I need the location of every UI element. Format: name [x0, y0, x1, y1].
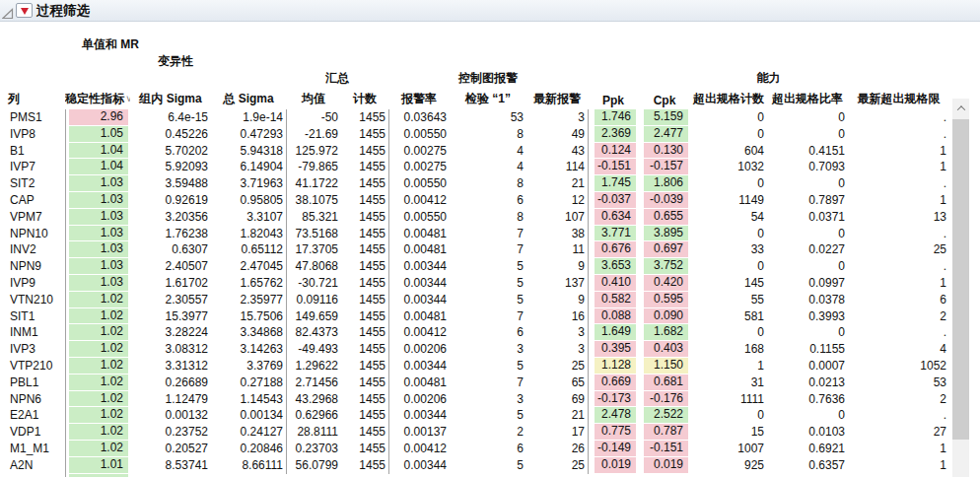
table-cell: 0.090: [639, 308, 690, 325]
table-row[interactable]: SIT21.033.594883.7196341.172214550.00550…: [0, 175, 949, 192]
table-cell: 3.20356: [130, 209, 211, 226]
table-row[interactable]: M1_M11.020.205270.208460.2370314550.0041…: [0, 441, 949, 457]
table-cell: 1455: [341, 457, 388, 474]
col-header-latest-out-of-spec[interactable]: 最新超出规格限: [848, 91, 949, 107]
table-cell: 38.1075: [286, 192, 341, 209]
table-row[interactable]: NPN91.032.405072.4704547.806814550.00344…: [0, 258, 949, 275]
cpk-chip: 0.787: [644, 424, 688, 440]
table-row[interactable]: IVP81.050.452260.47293-21.6914550.005508…: [0, 126, 949, 143]
cpk-chip: 0.130: [644, 143, 688, 159]
table-row[interactable]: VTN2101.022.305572.359770.0911614550.003…: [0, 292, 949, 308]
table-cell: 1455: [341, 375, 388, 391]
table-cell: 1.02: [65, 441, 130, 457]
table-cell: 73.5168: [286, 226, 341, 242]
table-cell: .: [848, 126, 949, 143]
table-row[interactable]: NPN61.021.124791.1454343.296814550.00206…: [0, 391, 949, 408]
table-row[interactable]: VTP2101.023.313123.37691.2962214550.0034…: [0, 358, 949, 375]
table-cell: 0.088: [588, 308, 639, 325]
table-cell: 0.0371: [767, 209, 848, 226]
col-header-out-of-spec-count[interactable]: 超出规格计数: [690, 91, 767, 107]
table-row[interactable]: CAP1.030.926190.9580538.107514550.004126…: [0, 192, 949, 209]
col-header-latest-alarm[interactable]: 最新报警: [526, 91, 588, 107]
col-header-stability-index[interactable]: 稳定性指标˅: [65, 91, 130, 107]
table-cell: 0.681: [639, 375, 690, 391]
table-cell: 6.4e-15: [130, 109, 211, 126]
table-cell: 0.92619: [130, 192, 211, 209]
table-cell: 56.0799: [286, 457, 341, 474]
table-cell: -30.721: [286, 275, 341, 292]
table-row[interactable]: VDP11.020.237520.2412728.811114550.00137…: [0, 424, 949, 441]
table-cell: 0.00134: [211, 407, 286, 424]
col-header-total-sigma[interactable]: 总 Sigma: [211, 91, 286, 107]
table-row[interactable]: PBL11.020.266890.271882.7145614550.00481…: [0, 375, 949, 391]
table-cell: 17.3705: [286, 241, 341, 258]
table-cell: 55: [690, 292, 767, 308]
table-cell: 1.02: [65, 324, 130, 341]
table-cell: 1455: [341, 424, 388, 441]
table-row[interactable]: B11.045.702025.94318125.97214550.0027544…: [0, 143, 949, 160]
col-header-test-1[interactable]: 检验 “1”: [450, 91, 526, 107]
ppk-chip: 3.653: [595, 258, 636, 274]
table-cell: 1111: [690, 391, 767, 408]
table-cell: 6: [450, 192, 526, 209]
table-cell: 5: [450, 292, 526, 308]
stability-index-chip: 2.96: [69, 109, 128, 125]
col-header-count[interactable]: 计数: [341, 91, 388, 107]
col-header-mean[interactable]: 均值: [286, 91, 341, 107]
table-cell: 6.14904: [211, 159, 286, 175]
table-cell: 0.00550: [388, 126, 450, 143]
table-cell: 3: [526, 109, 588, 126]
stability-index-chip: 1.03: [69, 209, 128, 225]
stability-index-chip: 1.02: [69, 375, 128, 390]
col-header-alarm-rate[interactable]: 报警率: [388, 91, 450, 107]
table-cell: 17: [526, 424, 588, 441]
ppk-chip: -0.149: [595, 441, 636, 456]
table-cell: 3.31312: [130, 358, 211, 375]
table-row[interactable]: E2A11.020.001320.001340.6296614550.00344…: [0, 407, 949, 424]
table-cell: 0.95805: [211, 192, 286, 209]
table-row[interactable]: INV21.030.63070.6511217.370514550.004817…: [0, 241, 949, 258]
table-cell: 3.895: [639, 226, 690, 242]
table-row[interactable]: NPN101.031.762381.8204373.516814550.0048…: [0, 226, 949, 242]
table-cell: 7: [450, 241, 526, 258]
stability-index-chip: 1.02: [69, 407, 128, 423]
table-cell: 0.00481: [388, 241, 450, 258]
col-header-within-sigma[interactable]: 组内 Sigma: [130, 91, 211, 107]
table-cell: 1.03: [65, 175, 130, 192]
table-cell: 6: [848, 292, 949, 308]
table-row[interactable]: PMS12.966.4e-151.9e-14-5014550.036435331…: [0, 109, 949, 126]
table-row[interactable]: INM11.023.282243.3486882.437314550.00412…: [0, 324, 949, 341]
table-cell: 3.59488: [130, 175, 211, 192]
table-row[interactable]: IVP71.045.920936.14904-79.86514550.00275…: [0, 159, 949, 175]
stability-index-chip: 1.02: [69, 358, 128, 374]
table-row[interactable]: SIT11.0215.397715.7506149.65914550.00481…: [0, 308, 949, 325]
scrollbar-thumb[interactable]: [952, 119, 969, 440]
table-row[interactable]: A2N1.018.537418.6611156.079914550.003445…: [0, 457, 949, 474]
table-cell: -0.173: [588, 391, 639, 408]
table-row[interactable]: IVP91.031.617021.65762-30.72114550.00344…: [0, 275, 949, 292]
table-cell: -0.149: [588, 441, 639, 457]
table-cell: 3.08312: [130, 341, 211, 358]
table-cell: 1052: [848, 358, 949, 375]
col-header-cpk[interactable]: Cpk: [639, 94, 690, 107]
table-cell: 0.1155: [767, 341, 848, 358]
vertical-scrollbar[interactable]: [952, 99, 969, 477]
col-header-out-of-spec-rate[interactable]: 超出规格比率: [767, 91, 848, 107]
outline-open-triangle-icon[interactable]: [2, 6, 14, 18]
table-cell: .: [848, 226, 949, 242]
table-cell: 0.24127: [211, 424, 286, 441]
table-row[interactable]: VPM71.033.203563.310785.32114550.0055081…: [0, 209, 949, 226]
cpk-chip: 2.522: [644, 407, 688, 423]
table-cell: 1.03: [65, 258, 130, 275]
scrollbar-up-button[interactable]: [952, 99, 969, 117]
table-cell: 33: [690, 241, 767, 258]
stability-index-chip: 1.02: [69, 441, 128, 456]
red-triangle-menu-button[interactable]: [16, 3, 33, 18]
col-header-ppk[interactable]: Ppk: [588, 94, 639, 107]
table-cell: 1.65762: [211, 275, 286, 292]
ppk-chip: 0.395: [595, 341, 636, 357]
table-cell: 25: [526, 457, 588, 474]
table-row[interactable]: IVP31.023.083123.14263-49.49314550.00206…: [0, 341, 949, 358]
col-header-column[interactable]: 列: [0, 91, 65, 107]
table-cell: 1: [690, 358, 767, 375]
